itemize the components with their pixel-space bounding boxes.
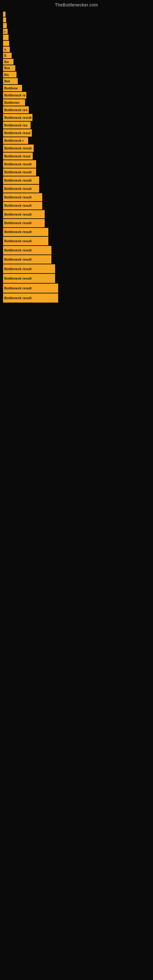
bar-row: Bottleneck result	[3, 246, 153, 255]
bar-item: Bottleneck result	[3, 177, 39, 184]
bar-item: Bottleneck result	[3, 237, 48, 245]
bar-label: Bottleneck result	[4, 277, 32, 280]
site-title: TheBottlenecker.com	[0, 0, 153, 9]
bar-label: Bot	[4, 79, 10, 83]
bar-row: Bottleneck resul	[3, 129, 153, 136]
bar-item	[3, 12, 5, 17]
bar-row: Bottleneck result	[3, 293, 153, 302]
bar-label: Bottleneck result	[4, 296, 32, 300]
bar-row: Bottleneck result	[3, 264, 153, 273]
bar-label: Bottleneck result	[4, 170, 32, 174]
bar-row: Bottleneck result	[3, 193, 153, 201]
bar-row: Bottlene	[3, 85, 153, 91]
bar-item: Bottleneck res	[3, 106, 29, 113]
bar-label: Bottlene	[4, 86, 18, 90]
bar-label: Bottleneck resul	[4, 154, 30, 158]
bar-label: Bottleneck result	[4, 146, 32, 150]
bar-item: E	[3, 52, 12, 58]
bar-item: Bottlene	[3, 85, 22, 91]
bar-item: Bottleneck result	[3, 193, 42, 201]
bars-container: rsEBoBotBoBotBottleneBottleneck reBottle…	[0, 9, 153, 303]
bar-item: Bottleneck result	[3, 228, 48, 236]
bar-label: Bottleneck result	[4, 221, 32, 225]
bar-item	[3, 18, 6, 23]
bar-item: Bottleneck result	[3, 210, 45, 218]
bar-row: Bottleneck result	[3, 255, 153, 264]
bar-label: r	[4, 30, 5, 33]
bar-row: Bottleneck result	[3, 160, 153, 167]
bar-label: Bottleneck re	[4, 94, 26, 97]
bar-item: Bottleneck result	[3, 264, 55, 273]
bar-row	[3, 18, 153, 23]
bar-row: Bot	[3, 65, 153, 71]
bar-label: Bot	[4, 66, 10, 70]
bar-label: Bottleneck result	[4, 196, 32, 199]
bar-item: Bottleneck result	[3, 114, 32, 121]
bar-item: Bottleneck result	[3, 202, 42, 210]
bar-row: Bottleneck resul	[3, 153, 153, 160]
bar-item: r	[3, 29, 8, 34]
bar-label: E	[4, 54, 6, 57]
bar-row: Bottleneck result	[3, 228, 153, 236]
bar-item: Bottleneck result	[3, 160, 36, 167]
bar-row: Bottleneck result	[3, 145, 153, 152]
bar-row: Bottlenec	[3, 99, 153, 106]
bar-row: r	[3, 29, 153, 34]
bar-label: Bottleneck result	[4, 267, 32, 271]
bar-item	[3, 35, 9, 40]
bar-label: Bottleneck result	[4, 116, 32, 119]
bar-label: Bottleneck result	[4, 162, 32, 166]
bar-row: Bottleneck result	[3, 274, 153, 283]
bar-label: Bottleneck result	[4, 239, 32, 243]
bar-label: Bo	[4, 73, 9, 76]
bar-row: Bottleneck result	[3, 177, 153, 184]
bar-row: Bot	[3, 78, 153, 84]
bar-item: Bottleneck result	[3, 246, 51, 255]
bar-label: Bottleneck result	[4, 213, 32, 216]
bar-label: Bottleneck res	[4, 108, 27, 112]
bar-label: Bottleneck result	[4, 178, 32, 182]
bar-item: Bottleneck result	[3, 219, 45, 227]
bar-item: Bottleneck result	[3, 293, 58, 302]
bar-item: s	[3, 46, 10, 52]
bar-item	[3, 23, 7, 28]
bar-row: Bottleneck result	[3, 169, 153, 176]
bar-item: Bottleneck result	[3, 145, 33, 152]
bar-row: Bottleneck result	[3, 237, 153, 245]
bar-row: Bottleneck result	[3, 114, 153, 121]
bar-item: Bottleneck r	[3, 137, 28, 144]
bar-item: Bottleneck result	[3, 185, 39, 192]
bar-row: Bottleneck res	[3, 106, 153, 113]
bar-label: Bottleneck result	[4, 204, 32, 207]
bar-item: Bo	[3, 59, 13, 65]
bar-item: Bottlenec	[3, 99, 25, 106]
bar-label: Bottlenec	[4, 101, 19, 105]
bar-item: Bottleneck res	[3, 122, 30, 129]
bar-item: Bottleneck result	[3, 274, 55, 283]
bar-row: Bo	[3, 72, 153, 78]
bar-label: Bottleneck result	[4, 258, 32, 261]
bar-label: Bottleneck r	[4, 139, 24, 142]
bar-item	[3, 41, 9, 46]
bar-item: Bottleneck resul	[3, 153, 33, 160]
bar-label: Bottleneck res	[4, 123, 27, 127]
bar-item: Bottleneck re	[3, 92, 26, 99]
bar-row: E	[3, 52, 153, 58]
bar-item: Bottleneck resul	[3, 129, 32, 136]
bar-label: Bottleneck result	[4, 248, 32, 252]
bar-item: Bottleneck result	[3, 255, 51, 264]
bar-row: Bottleneck res	[3, 122, 153, 129]
bar-label: s	[4, 48, 6, 51]
bar-row	[3, 23, 153, 28]
bar-row	[3, 35, 153, 40]
bar-label: Bottleneck result	[4, 187, 32, 191]
bar-label: Bottleneck result	[4, 286, 32, 290]
bar-item: Bot	[3, 65, 15, 71]
bar-row	[3, 12, 153, 17]
bar-row: Bo	[3, 59, 153, 65]
bar-row: Bottleneck result	[3, 219, 153, 227]
bar-row: Bottleneck re	[3, 92, 153, 99]
bar-item: Bottleneck result	[3, 169, 36, 176]
bar-row: Bottleneck result	[3, 185, 153, 192]
bar-item: Bottleneck result	[3, 283, 58, 293]
